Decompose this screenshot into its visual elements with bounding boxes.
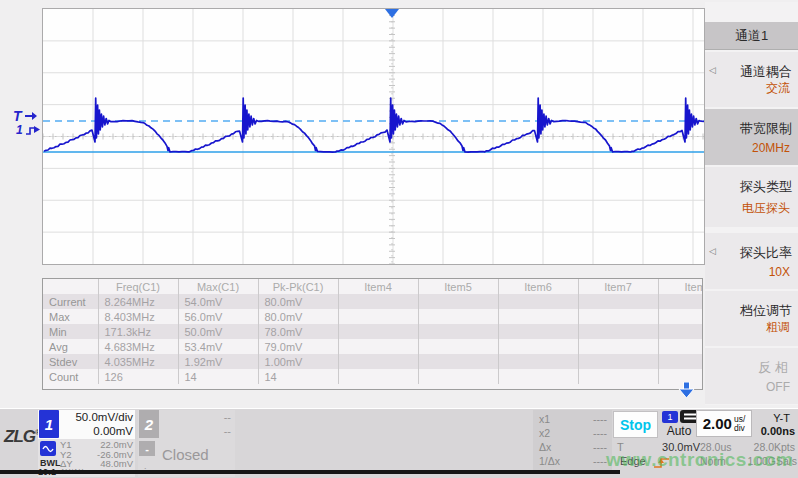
table-column-header: Item4 (338, 279, 418, 294)
table-cell (578, 354, 658, 369)
menu-item-probe-type[interactable]: ◁ 探头类型 电压探头 (705, 167, 798, 227)
channel1-marker-label: 1 (16, 124, 23, 136)
row-label: Max (43, 309, 98, 324)
channel2-info-block[interactable]: 2 -- -- - Closed -:- -- (138, 410, 235, 477)
table-cell (578, 309, 658, 324)
table-cell (498, 354, 578, 369)
table-cell (498, 339, 578, 354)
table-column-header: Pk-Pk(C1) (258, 279, 338, 294)
table-cell (578, 294, 658, 309)
run-state-indicator[interactable]: Stop (613, 411, 658, 438)
display-mode: Y-T (773, 412, 790, 424)
table-cell (578, 369, 658, 384)
cursor-inv-dx-label: 1/Δx (539, 455, 560, 467)
step-arrow-icon (25, 124, 42, 136)
table-cell (418, 324, 498, 339)
table-cell: 8.403MHz (98, 309, 178, 324)
timebase-unit: us/div (734, 415, 745, 433)
table-column-header: Item8 (658, 279, 703, 294)
trigger-level-marker[interactable]: T (13, 109, 38, 123)
table-cell: 4.683MHz (98, 339, 178, 354)
row-label: Min (43, 324, 98, 339)
menu-item-invert[interactable]: ◁ 反相 OFF (705, 348, 798, 404)
arrow-right-icon (24, 111, 38, 121)
bottom-border (0, 470, 620, 474)
table-cell: 56.0mV (178, 309, 258, 324)
cursor-x1-value: ---- (593, 413, 607, 425)
table-row: Count1261414 (43, 369, 703, 384)
channel1-offset: 0.00mV (60, 425, 133, 437)
channel2-minus-badge: - (139, 441, 155, 456)
table-cell (578, 324, 658, 339)
menu-item-gear-adjust[interactable]: ◁ 档位调节 粗调 (705, 291, 798, 346)
table-row: Stdev4.035MHz1.92mV1.00mV (43, 354, 703, 369)
menu-item-coupling[interactable]: ◁ 通道耦合 交流 (705, 52, 798, 107)
trigger-position-marker[interactable] (385, 9, 399, 18)
ac-coupling-icon (40, 441, 56, 456)
table-cell (418, 354, 498, 369)
table-column-header: Max(C1) (178, 279, 258, 294)
table-column-header: Item5 (418, 279, 498, 294)
table-cell (658, 294, 703, 309)
oscilloscope-screen: T 1 Freq(C1)Max(C1)Pk-Pk(C1)Item4Item5It… (0, 0, 798, 478)
waveform-display (42, 8, 705, 265)
table-cell (498, 324, 578, 339)
trigger-level-label: T (13, 109, 22, 123)
menu-item-value: 交流 (766, 80, 790, 97)
cursor-x1-label: x1 (539, 413, 550, 425)
table-row: Max8.403MHz56.0mV80.0mV (43, 309, 703, 324)
menu-item-probe-ratio[interactable]: ◁ 探头比率 10X (705, 233, 798, 289)
menu-item-value: 电压探头 (742, 200, 790, 217)
table-cell: 1.92mV (178, 354, 258, 369)
channel2-scale: -- (224, 411, 231, 423)
table-cell: 80.0mV (258, 309, 338, 324)
menu-item-label: 带宽限制 (740, 120, 792, 138)
trigger-delay: 0.00ns (761, 425, 795, 437)
row-label: Avg (43, 339, 98, 354)
row-label: Current (43, 294, 98, 309)
cursor-dx-value: ---- (593, 441, 607, 453)
table-cell: 8.264MHz (98, 294, 178, 309)
menu-item-bandwidth-limit[interactable]: ◁ 带宽限制 20MHz (705, 109, 798, 165)
waveform-plot (43, 9, 704, 264)
brand-logo: ZLG® (4, 427, 40, 447)
cursor-readout-block: x1 ---- x2 ---- Δx ---- 1/Δx ---- (533, 410, 612, 474)
channel2-status: Closed (162, 446, 209, 463)
menu-item-value: 粗调 (766, 319, 790, 336)
table-cell: 14 (258, 369, 338, 384)
trigger-source-badge: 1 (662, 411, 678, 423)
scroll-down-arrow-icon[interactable] (677, 382, 696, 400)
channel1-scale: 50.0mV/div (60, 411, 133, 423)
channel2-badge[interactable]: 2 (139, 410, 159, 438)
table-row: Current8.264MHz54.0mV80.0mV (43, 294, 703, 309)
menu-item-label: 探头比率 (740, 244, 792, 262)
timebase-box[interactable]: 2.00 us/div (696, 410, 752, 437)
table-cell (498, 294, 578, 309)
menu-item-label: 通道耦合 (740, 63, 792, 81)
table-cell: 126 (98, 369, 178, 384)
table-cell (658, 354, 703, 369)
table-row: Avg4.683MHz53.4mV79.0mV (43, 339, 703, 354)
menu-title: 通道1 (705, 22, 798, 50)
table-column-header: Item6 (498, 279, 578, 294)
table-cell: 4.035MHz (98, 354, 178, 369)
measurement-table: Freq(C1)Max(C1)Pk-Pk(C1)Item4Item5Item6I… (42, 278, 703, 390)
table-cell (418, 339, 498, 354)
menu-item-value: 20MHz (752, 141, 790, 155)
table-cell (338, 354, 418, 369)
table-column-header: Item7 (578, 279, 658, 294)
table-cell (338, 324, 418, 339)
table-cell: 14 (178, 369, 258, 384)
table-cell (498, 309, 578, 324)
table-cell (498, 369, 578, 384)
channel1-position-marker[interactable]: 1 (16, 124, 42, 136)
timebase-value: 2.00 (703, 415, 732, 432)
expand-left-icon: ◁ (709, 246, 716, 256)
table-cell: 80.0mV (258, 294, 338, 309)
table-cell (418, 369, 498, 384)
menu-sidebar: 通道1 ◁ 通道耦合 交流 ◁ 带宽限制 20MHz ◁ 探头类型 电压探头 ◁… (705, 2, 798, 405)
table-cell (658, 309, 703, 324)
channel1-badge[interactable]: 1 (39, 410, 59, 438)
menu-item-label: 档位调节 (740, 302, 792, 320)
cursor-x2-value: ---- (593, 427, 607, 439)
